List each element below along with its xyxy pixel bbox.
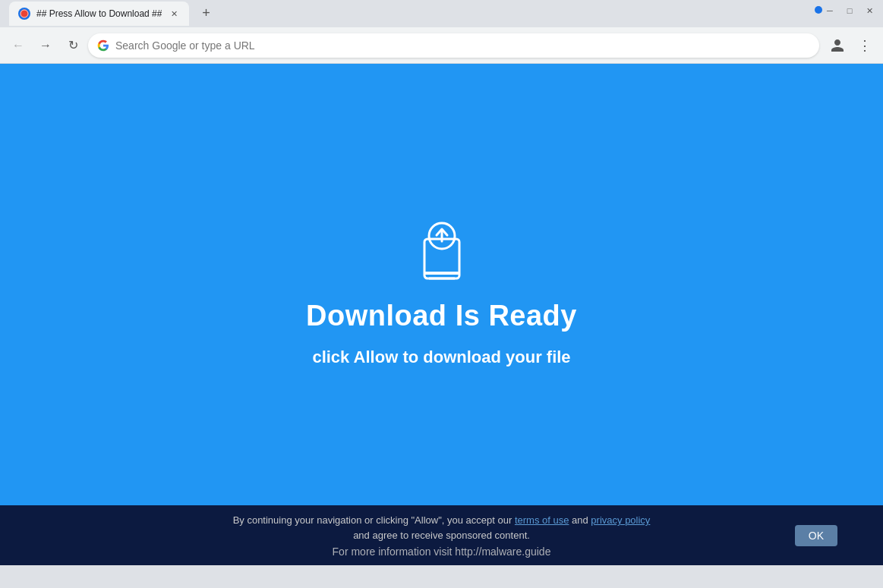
reload-button[interactable]: ↻ [61, 33, 85, 58]
tab-title: ## Press Allow to Download ## [36, 8, 162, 19]
window-controls: ─ □ ✕ [825, 6, 874, 15]
bottom-consent-bar: By continuing your navigation or clickin… [0, 505, 883, 565]
download-subtext: click Allow to download your file [312, 347, 570, 367]
download-heading: Download Is Ready [306, 300, 577, 332]
consent-text-part1: By continuing your navigation or clickin… [233, 514, 515, 526]
consent-text-part2: and [569, 514, 591, 526]
tab-favicon [18, 8, 30, 20]
reload-icon: ↻ [68, 38, 78, 52]
maximize-button[interactable]: □ [845, 6, 854, 15]
profile-icon [830, 38, 845, 53]
download-icon [408, 216, 476, 285]
chrome-menu-button[interactable]: ⋮ [853, 33, 877, 58]
minimize-button[interactable]: ─ [825, 6, 834, 15]
privacy-link[interactable]: privacy policy [591, 514, 650, 526]
main-content-area: Download Is Ready click Allow to downloa… [306, 216, 577, 367]
forward-icon: → [39, 39, 52, 52]
profile-button[interactable] [825, 33, 850, 58]
forward-button[interactable]: → [33, 33, 58, 58]
browser-content: Download Is Ready click Allow to downloa… [0, 64, 883, 565]
close-window-button[interactable]: ✕ [865, 6, 874, 15]
notification-dot [815, 6, 822, 14]
menu-dots-icon: ⋮ [858, 37, 872, 54]
tab-close-button[interactable]: ✕ [168, 8, 180, 20]
info-watermark-text: For more information visit http://malwar… [30, 546, 853, 558]
terms-link[interactable]: terms of use [515, 514, 569, 526]
consent-text-part3: and agree to receive sponsored content. [353, 530, 530, 541]
consent-text: By continuing your navigation or clickin… [30, 513, 853, 542]
title-bar: ## Press Allow to Download ## ✕ + ─ □ ✕ [0, 0, 883, 27]
url-input[interactable] [115, 39, 810, 52]
google-logo [97, 39, 109, 52]
new-tab-button[interactable]: + [195, 2, 216, 24]
back-icon: ← [12, 39, 24, 52]
back-button[interactable]: ← [6, 33, 30, 58]
address-bar[interactable] [88, 33, 819, 58]
active-tab[interactable]: ## Press Allow to Download ## ✕ [9, 2, 189, 26]
address-bar-row: ← → ↻ ⋮ [0, 27, 883, 64]
ok-button[interactable]: OK [795, 525, 837, 546]
